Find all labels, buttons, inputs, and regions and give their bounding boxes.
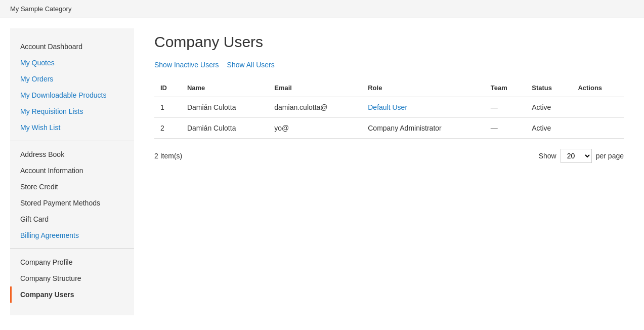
cell-id: 1 <box>154 97 181 118</box>
sidebar-item-my-downloadable-products[interactable]: My Downloadable Products <box>10 87 134 103</box>
col-header-status: Status <box>526 79 572 97</box>
sidebar-item-account-dashboard[interactable]: Account Dashboard <box>10 38 134 55</box>
top-bar: My Sample Category <box>0 0 644 18</box>
cell-id: 2 <box>154 118 181 139</box>
cell-team: — <box>485 118 526 139</box>
sidebar-item-store-credit[interactable]: Store Credit <box>10 179 134 195</box>
col-header-email: Email <box>268 79 362 97</box>
sidebar-item-my-wish-list[interactable]: My Wish List <box>10 119 134 136</box>
show-inactive-users-link[interactable]: Show Inactive Users <box>154 61 219 69</box>
cell-name: Damián Culotta <box>181 97 268 118</box>
cell-status: Active <box>526 118 572 139</box>
per-page-label: per page <box>596 152 624 160</box>
top-bar-title: My Sample Category <box>10 5 71 13</box>
cell-email: yo@ <box>268 118 362 139</box>
sidebar-item-company-profile[interactable]: Company Profile <box>10 254 134 270</box>
cell-actions <box>572 118 624 139</box>
per-page-control: Show 201050100 per page <box>539 149 624 163</box>
sidebar-item-company-users[interactable]: Company Users <box>10 286 134 303</box>
sidebar-item-gift-card[interactable]: Gift Card <box>10 211 134 227</box>
sidebar: Account Dashboard My Quotes My Orders My… <box>10 28 134 315</box>
cell-role: Company Administrator <box>362 118 484 139</box>
main-content: Company Users Show Inactive Users Show A… <box>144 28 634 315</box>
sidebar-item-my-orders[interactable]: My Orders <box>10 71 134 87</box>
page-title: Company Users <box>154 33 624 51</box>
users-table: ID Name Email Role Team Status Actions 1… <box>154 79 624 139</box>
table-footer: 2 Item(s) Show 201050100 per page <box>154 149 624 163</box>
show-label: Show <box>539 152 556 160</box>
col-header-team: Team <box>485 79 526 97</box>
sidebar-item-stored-payment-methods[interactable]: Stored Payment Methods <box>10 195 134 211</box>
col-header-actions: Actions <box>572 79 624 97</box>
per-page-select[interactable]: 201050100 <box>561 149 592 163</box>
sidebar-item-billing-agreements[interactable]: Billing Agreements <box>10 227 134 243</box>
cell-email: damian.culotta@ <box>268 97 362 118</box>
col-header-id: ID <box>154 79 181 97</box>
table-row: 1 Damián Culotta damian.culotta@ Default… <box>154 97 624 118</box>
sidebar-item-address-book[interactable]: Address Book <box>10 146 134 162</box>
sidebar-item-my-quotes[interactable]: My Quotes <box>10 55 134 71</box>
sidebar-divider-2 <box>10 249 134 249</box>
cell-role: Default User <box>362 97 484 118</box>
main-layout: Account Dashboard My Quotes My Orders My… <box>0 18 644 325</box>
filter-links: Show Inactive Users Show All Users <box>154 61 624 69</box>
table-header: ID Name Email Role Team Status Actions <box>154 79 624 97</box>
table-body: 1 Damián Culotta damian.culotta@ Default… <box>154 97 624 139</box>
cell-team: — <box>485 97 526 118</box>
cell-name: Damián Culotta <box>181 118 268 139</box>
sidebar-item-my-requisition-lists[interactable]: My Requisition Lists <box>10 103 134 119</box>
items-count: 2 Item(s) <box>154 152 182 160</box>
cell-actions <box>572 97 624 118</box>
sidebar-divider-1 <box>10 141 134 141</box>
show-all-users-link[interactable]: Show All Users <box>227 61 275 69</box>
sidebar-item-company-structure[interactable]: Company Structure <box>10 270 134 286</box>
sidebar-item-account-information[interactable]: Account Information <box>10 162 134 179</box>
col-header-name: Name <box>181 79 268 97</box>
table-row: 2 Damián Culotta yo@ Company Administrat… <box>154 118 624 139</box>
col-header-role: Role <box>362 79 484 97</box>
cell-status: Active <box>526 97 572 118</box>
